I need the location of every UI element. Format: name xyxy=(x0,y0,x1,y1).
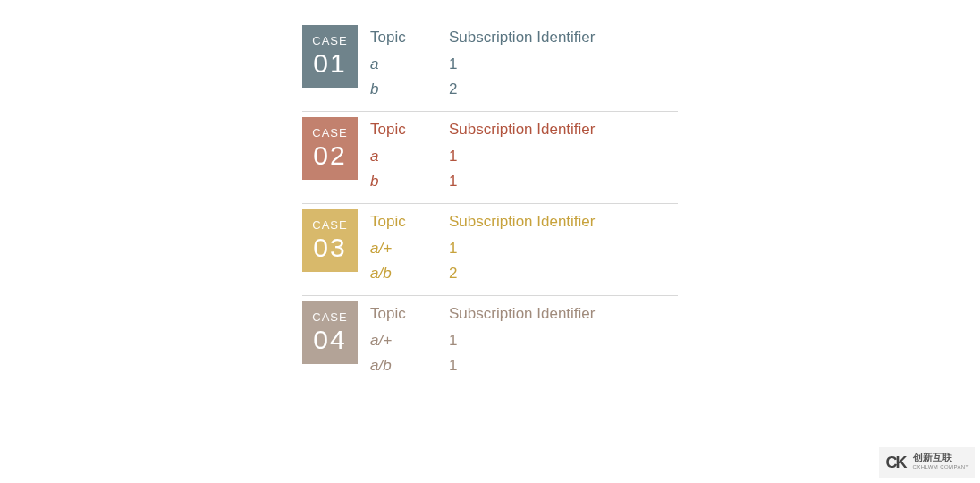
case-row: CASE 02 Topic Subscription Identifier a … xyxy=(302,112,678,204)
case-badge-number: 03 xyxy=(313,233,346,262)
header-topic: Topic xyxy=(370,29,431,47)
header-sub: Subscription Identifier xyxy=(449,305,678,323)
case-row: CASE 03 Topic Subscription Identifier a/… xyxy=(302,204,678,296)
case-badge: CASE 04 xyxy=(302,301,358,364)
case-badge-number: 04 xyxy=(313,326,346,354)
case-badge: CASE 02 xyxy=(302,117,358,180)
table-row: a 1 xyxy=(370,144,678,169)
cell-sub: 2 xyxy=(449,265,678,283)
table-header: Topic Subscription Identifier xyxy=(370,25,678,52)
cell-sub: 1 xyxy=(449,148,678,165)
cell-topic: a/b xyxy=(370,265,431,283)
cell-topic: a/+ xyxy=(370,332,431,350)
cell-sub: 1 xyxy=(449,240,678,258)
table-row: a/b 2 xyxy=(370,261,678,286)
case-badge: CASE 03 xyxy=(302,209,358,272)
case-row: CASE 04 Topic Subscription Identifier a/… xyxy=(302,296,678,378)
cell-sub: 1 xyxy=(449,357,678,375)
header-topic: Topic xyxy=(370,213,431,231)
case-badge-label: CASE xyxy=(312,127,347,140)
case-badge-number: 01 xyxy=(313,49,346,78)
watermark: CK 创新互联 CXHLWM COMPANY xyxy=(879,447,975,478)
table-header: Topic Subscription Identifier xyxy=(370,301,678,328)
cell-topic: a xyxy=(370,55,431,73)
case-table: Topic Subscription Identifier a/+ 1 a/b … xyxy=(370,209,678,286)
cases-container: CASE 01 Topic Subscription Identifier a … xyxy=(302,20,678,378)
case-table: Topic Subscription Identifier a 1 b 2 xyxy=(370,25,678,102)
case-table: Topic Subscription Identifier a 1 b 1 xyxy=(370,117,678,194)
header-topic: Topic xyxy=(370,121,431,139)
case-badge-label: CASE xyxy=(312,219,347,232)
case-badge-label: CASE xyxy=(312,311,347,324)
header-sub: Subscription Identifier xyxy=(449,213,678,231)
table-header: Topic Subscription Identifier xyxy=(370,117,678,144)
cell-topic: b xyxy=(370,173,431,191)
watermark-en: CXHLWM COMPANY xyxy=(913,462,969,472)
case-badge-label: CASE xyxy=(312,35,347,47)
cell-sub: 2 xyxy=(449,80,678,98)
cell-sub: 1 xyxy=(449,55,678,73)
watermark-logo-icon: CK xyxy=(883,449,909,476)
case-badge: CASE 01 xyxy=(302,25,358,88)
table-header: Topic Subscription Identifier xyxy=(370,209,678,236)
table-row: a/+ 1 xyxy=(370,328,678,353)
cell-topic: b xyxy=(370,80,431,98)
case-row: CASE 01 Topic Subscription Identifier a … xyxy=(302,20,678,112)
cell-sub: 1 xyxy=(449,173,678,191)
header-sub: Subscription Identifier xyxy=(449,29,678,47)
table-row: b 1 xyxy=(370,169,678,194)
cell-topic: a xyxy=(370,148,431,165)
cell-topic: a/+ xyxy=(370,240,431,258)
cell-topic: a/b xyxy=(370,357,431,375)
table-row: a/+ 1 xyxy=(370,236,678,261)
cell-sub: 1 xyxy=(449,332,678,350)
watermark-text: 创新互联 CXHLWM COMPANY xyxy=(913,453,969,472)
case-badge-number: 02 xyxy=(313,141,346,170)
header-topic: Topic xyxy=(370,305,431,323)
header-sub: Subscription Identifier xyxy=(449,121,678,139)
table-row: a 1 xyxy=(370,52,678,77)
table-row: a/b 1 xyxy=(370,353,678,378)
watermark-cn: 创新互联 xyxy=(913,453,969,462)
table-row: b 2 xyxy=(370,77,678,102)
case-table: Topic Subscription Identifier a/+ 1 a/b … xyxy=(370,301,678,378)
